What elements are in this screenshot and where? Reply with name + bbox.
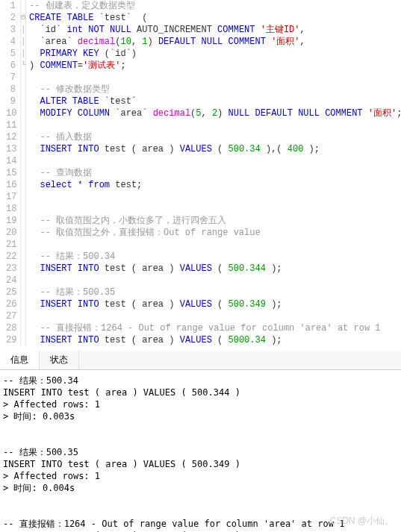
code-line[interactable] [29,191,401,203]
fold-marker[interactable] [21,298,25,310]
line-number: 23 [6,263,16,275]
fold-marker[interactable] [21,179,25,191]
code-line[interactable] [29,275,401,287]
output-panel[interactable]: -- 结果：500.34 INSERT INTO test ( area ) V… [0,370,401,532]
fold-marker[interactable] [21,143,25,155]
line-number: 9 [6,96,16,107]
watermark: CSDN @小仙。 [329,515,394,528]
line-number: 8 [6,84,16,96]
fold-marker[interactable] [21,131,25,143]
fold-marker[interactable] [21,119,25,131]
tab-state[interactable]: 状态 [40,351,79,369]
fold-marker[interactable] [21,334,25,346]
fold-marker[interactable]: ⊟ [21,12,25,24]
code-line[interactable]: -- 取值范围之内，小数位多了，进行四舍五入 [29,215,401,227]
line-number: 16 [6,179,16,191]
line-number: 28 [6,322,16,334]
fold-marker[interactable] [21,203,25,215]
code-line[interactable]: -- 创建表，定义数据类型 [29,0,401,12]
line-number: 22 [6,251,16,263]
code-line[interactable]: -- 取值范围之外，直接报错：Out of range value [29,227,401,239]
fold-marker[interactable] [21,107,25,119]
fold-marker[interactable]: │ [21,24,25,36]
fold-marker[interactable] [21,96,25,107]
fold-marker[interactable] [21,215,25,227]
line-number: 10 [6,107,16,119]
fold-marker[interactable] [21,251,25,263]
line-number: 24 [6,275,16,287]
code-line[interactable]: PRIMARY KEY (`id`) [29,48,401,60]
code-editor[interactable]: 1234567891011121314151617181920212223242… [0,0,401,346]
fold-marker[interactable] [21,310,25,322]
fold-gutter[interactable]: ⊟│││└ [21,0,26,346]
code-line[interactable] [29,72,401,84]
fold-marker[interactable]: │ [21,48,25,60]
fold-marker[interactable] [21,275,25,287]
code-line[interactable]: ) COMMENT='测试表'; [29,60,401,72]
line-number: 20 [6,227,16,239]
result-tabs: 信息 状态 [0,351,401,370]
line-number: 6 [6,60,16,72]
line-number: 27 [6,310,16,322]
code-line[interactable]: -- 查询数据 [29,167,401,179]
code-line[interactable]: -- 结果：500.35 [29,287,401,298]
line-number: 21 [6,239,16,251]
line-number: 19 [6,215,16,227]
fold-marker[interactable] [21,287,25,298]
code-line[interactable]: INSERT INTO test ( area ) VALUES ( 500.3… [29,298,401,310]
code-line[interactable]: -- 直接报错：1264 - Out of range value for co… [29,322,401,334]
line-number: 17 [6,191,16,203]
code-line[interactable]: select * from test; [29,179,401,191]
line-number: 29 [6,334,16,346]
fold-marker[interactable] [21,263,25,275]
code-line[interactable]: INSERT INTO test ( area ) VALUES ( 5000.… [29,334,401,346]
code-area[interactable]: -- 创建表，定义数据类型CREATE TABLE `test` ( `id` … [26,0,401,346]
code-line[interactable]: -- 插入数据 [29,131,401,143]
line-number: 11 [6,119,16,131]
line-number: 12 [6,131,16,143]
fold-marker[interactable]: └ [21,60,25,72]
code-line[interactable]: INSERT INTO test ( area ) VALUES ( 500.3… [29,263,401,275]
code-line[interactable]: ALTER TABLE `test` [29,96,401,107]
line-number: 25 [6,287,16,298]
line-number: 13 [6,143,16,155]
line-number: 26 [6,298,16,310]
code-line[interactable]: `area` decimal(10, 1) DEFAULT NULL COMME… [29,36,401,48]
code-line[interactable] [29,155,401,167]
line-number: 2 [6,12,16,24]
code-line[interactable] [29,310,401,322]
tab-info[interactable]: 信息 [0,351,40,369]
fold-marker[interactable] [21,72,25,84]
line-number: 15 [6,167,16,179]
fold-marker[interactable] [21,322,25,334]
code-line[interactable] [29,239,401,251]
fold-marker[interactable] [21,191,25,203]
code-line[interactable]: -- 结果：500.34 [29,251,401,263]
line-number: 1 [6,0,16,12]
line-number: 18 [6,203,16,215]
code-line[interactable]: CREATE TABLE `test` ( [29,12,401,24]
code-line[interactable] [29,203,401,215]
line-number: 14 [6,155,16,167]
line-number: 4 [6,36,16,48]
code-line[interactable]: INSERT INTO test ( area ) VALUES ( 500.3… [29,143,401,155]
fold-marker[interactable] [21,155,25,167]
fold-marker[interactable]: │ [21,36,25,48]
code-line[interactable] [29,119,401,131]
fold-marker[interactable] [21,239,25,251]
line-number: 5 [6,48,16,60]
line-gutter: 1234567891011121314151617181920212223242… [0,0,21,346]
fold-marker[interactable] [21,84,25,96]
fold-marker[interactable] [21,227,25,239]
code-line[interactable]: `id` int NOT NULL AUTO_INCREMENT COMMENT… [29,24,401,36]
line-number: 7 [6,72,16,84]
fold-marker[interactable] [21,0,25,12]
code-line[interactable]: MODIFY COLUMN `area` decimal(5, 2) NULL … [29,107,401,119]
line-number: 3 [6,24,16,36]
fold-marker[interactable] [21,167,25,179]
code-line[interactable]: -- 修改数据类型 [29,84,401,96]
